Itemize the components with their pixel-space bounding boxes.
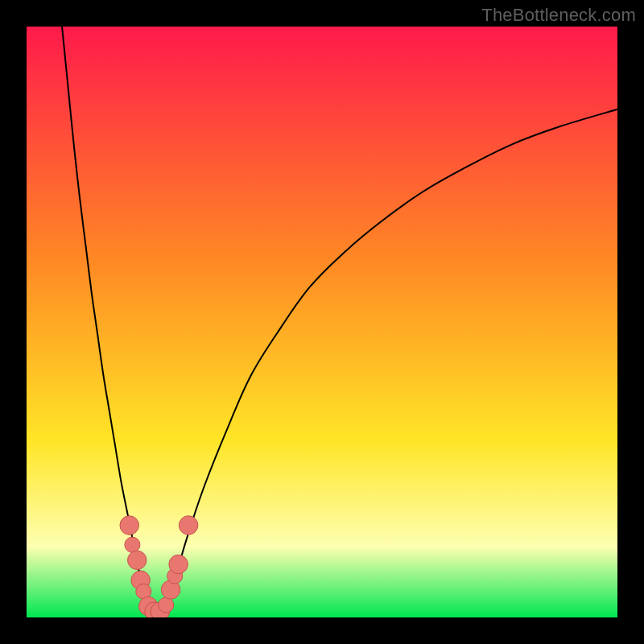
data-marker (120, 516, 138, 535)
chart-svg (27, 27, 617, 617)
data-marker (125, 537, 140, 552)
data-marker (179, 516, 197, 535)
plot-area (27, 27, 617, 617)
data-marker (128, 551, 147, 569)
data-marker (159, 597, 174, 613)
chart-frame: TheBottleneck.com (0, 0, 644, 644)
attribution-label: TheBottleneck.com (481, 5, 636, 26)
data-marker (169, 555, 188, 573)
bottleneck-curve (62, 27, 617, 616)
